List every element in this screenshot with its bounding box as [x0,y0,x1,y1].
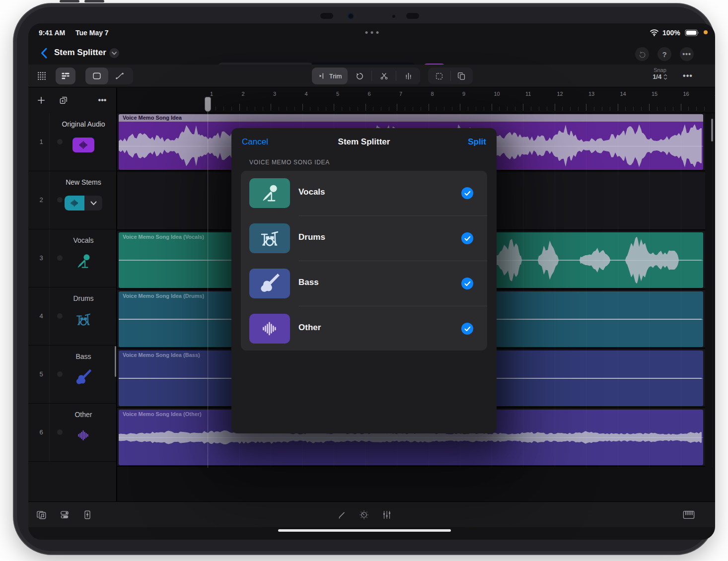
ruler-tick [310,107,310,111]
checkbox-checked-icon[interactable] [461,232,473,244]
loop-browser-icon[interactable] [35,508,48,521]
waveform-icon [53,421,114,449]
bar-number: 16 [683,91,689,97]
title-menu-chevron-icon[interactable] [109,48,119,58]
ruler-tick [373,107,373,111]
ruler-tick [231,107,232,111]
bar-number: 13 [588,91,594,97]
track-header-vocals[interactable]: 3 Vocals [28,229,117,287]
loop-tool-button[interactable] [348,68,371,84]
track-panel-scrollbar[interactable] [115,346,116,377]
track-header-panel: ••• 1 Original Audio 2 New Stems [28,88,117,501]
region-edit-group: Trim [312,68,420,84]
ruler-tick [239,104,240,111]
ruler-tick [641,107,642,111]
bar-number: 12 [557,91,563,97]
back-button[interactable] [38,46,50,60]
bar-number: 10 [494,91,500,97]
select-tool-button[interactable] [85,68,108,84]
stem-row-vocals[interactable]: Vocals [241,171,487,215]
bar-number: 15 [652,91,657,97]
ruler-tick [649,104,650,111]
stack-expand-chevron-icon[interactable] [84,196,102,210]
split-button[interactable] [396,68,420,84]
split-button[interactable]: Split [468,137,486,147]
playhead-handle[interactable] [205,97,211,112]
ruler-tick [562,107,563,111]
multitasking-indicator[interactable] [365,31,378,34]
bar-number: 4 [305,91,308,97]
snap-control[interactable]: Snap 1/4 [646,67,674,80]
ruler-tick [539,107,539,111]
ruler-tick [610,107,610,111]
scissors-button[interactable] [372,68,396,84]
battery-percent: 100% [662,29,680,37]
bar-gridline [712,113,713,468]
bar-number: 2 [242,91,245,97]
bar-number: 3 [273,91,276,97]
ruler-tick [350,107,350,111]
stem-row-bass[interactable]: Bass [241,261,487,306]
ruler-tick [444,107,444,111]
controls-toggles-icon[interactable] [58,508,71,521]
fader-icon[interactable] [81,508,94,521]
bass-icon [53,363,114,391]
stem-row-drums[interactable]: Drums [241,216,487,261]
track-header-original-audio[interactable]: 1 Original Audio [28,113,117,171]
ruler-tick [334,104,334,111]
ruler-tick [326,107,326,111]
ruler-tick [688,107,689,111]
stems-list: Vocals Drums Bass Other [241,171,487,351]
ruler-tick [476,107,476,111]
ruler-tick [381,107,381,111]
ruler-tick [405,107,405,111]
ruler-tick [358,107,358,111]
stem-row-other[interactable]: Other [241,306,487,351]
ruler-tick [342,107,342,111]
ruler-tick [499,107,500,111]
duplicate-track-button[interactable] [58,94,70,106]
ruler-tick [673,107,673,111]
automation-tool-button[interactable] [108,68,131,84]
track-header-bass[interactable]: 5 Bass [28,346,117,404]
track-header-other[interactable]: 6 Other [28,404,117,462]
dialog-section-label: VOICE MEMO SONG IDEA [249,159,330,166]
marquee-select-button[interactable] [428,68,450,84]
help-button[interactable]: ? [657,47,671,61]
home-indicator[interactable] [278,529,451,532]
undo-button[interactable] [635,47,649,61]
ruler-tick [523,104,523,111]
dialog-title: Stem Splitter [231,137,497,147]
project-title: Stem Splitter [54,48,106,58]
ruler-tick [452,107,452,111]
add-track-button[interactable] [35,94,47,106]
tracks-view-button[interactable] [56,68,75,84]
copy-button[interactable] [451,68,473,84]
waveform-icon [73,138,94,152]
bar-number: 17 [715,91,715,97]
bar-gridline [523,113,523,468]
toolbar-more-button[interactable]: ••• [679,70,697,82]
checkbox-checked-icon[interactable] [461,323,473,335]
vertical-scrollbar[interactable] [711,119,713,141]
checkbox-checked-icon[interactable] [461,187,473,199]
track-header-new-stems[interactable]: 2 New Stems [28,171,117,229]
ruler-tick [216,107,216,111]
more-options-button[interactable]: ••• [680,47,694,61]
ruler-tick [247,107,247,111]
keyboard-icon[interactable] [682,508,696,521]
checkbox-checked-icon[interactable] [461,278,473,289]
region-header-strip [119,114,703,122]
ruler-tick [578,107,579,111]
ruler-tick [279,107,279,111]
track-header-drums[interactable]: 4 Drums [28,287,117,346]
pencil-edit-icon[interactable] [335,508,348,521]
ruler-tick [223,107,224,111]
track-panel-more-button[interactable]: ••• [96,94,109,106]
ruler-tick [365,104,366,111]
bar-gridline [649,113,650,468]
mixer-icon[interactable] [380,508,393,521]
knob-icon[interactable] [358,508,370,521]
grid-view-icon[interactable] [35,70,48,82]
trim-button[interactable]: Trim [312,68,348,84]
